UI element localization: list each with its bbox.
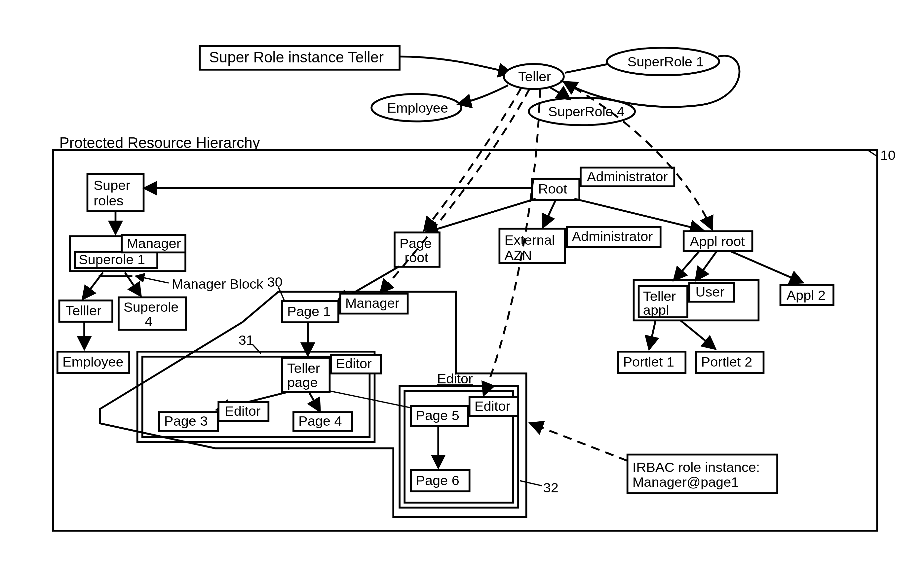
label-teller-appl-l2: appl [643, 302, 669, 318]
label-ellipse-superrole1: SuperRole 1 [628, 54, 704, 69]
label-31: 31 [238, 332, 254, 348]
label-portlet1: Portlet 1 [623, 354, 674, 370]
label-teller-editor: Editor [336, 356, 372, 371]
label-page3-editor: Editor [225, 403, 261, 419]
label-super-roles-l1: Super [93, 177, 130, 193]
label-ellipse-teller: Teller [518, 69, 551, 84]
label-superole4-l1: Superole [124, 299, 178, 315]
label-30: 30 [267, 274, 282, 290]
label-page-root-l2: root [405, 250, 428, 265]
label-teller-page-l1: Teller [287, 360, 320, 376]
connector-superrole1-teller [565, 64, 608, 73]
label-protected-resource-hierarchy: Protected Resource Hierarchy [59, 135, 260, 151]
label-teller-page-l2: page [287, 374, 318, 390]
label-editor-underlined: Editor [437, 371, 473, 386]
label-ellipse-employee: Employee [387, 100, 448, 115]
arrow-title-to-teller [399, 57, 511, 73]
label-page6: Page 6 [416, 473, 459, 488]
label-portlet2: Portlet 2 [701, 354, 753, 370]
label-super-role-instance-teller: Super Role instance Teller [209, 49, 384, 66]
label-irbac-l2: Manager@page1 [633, 474, 739, 490]
label-telller: Telller [65, 303, 102, 318]
label-10: 10 [880, 147, 896, 163]
label-page5: Page 5 [416, 407, 459, 423]
label-appl-root: Appl root [690, 234, 745, 249]
label-page3: Page 3 [164, 413, 208, 429]
label-irbac-l1: IRBAC role instance: [633, 459, 760, 475]
label-root: Root [538, 181, 567, 196]
label-appl2: Appl 2 [786, 287, 825, 303]
label-teller-appl-l1: Teller [643, 288, 676, 304]
arrow-teller-superrole4 [550, 88, 569, 99]
label-manager-tag: Manager [127, 235, 181, 251]
label-page1: Page 1 [287, 304, 331, 319]
label-ext-azn-l2: AZN [504, 247, 532, 263]
label-root-admin: Administrator [587, 169, 668, 184]
label-superole4-l2: 4 [145, 313, 152, 329]
label-ext-azn-l1: External [504, 232, 555, 248]
label-page5-editor: Editor [474, 398, 511, 414]
label-ext-admin: Administrator [572, 229, 652, 244]
label-page1-manager: Manager [345, 295, 399, 311]
label-32: 32 [543, 480, 558, 495]
label-ellipse-superrole4: SuperRole 4 [548, 104, 625, 119]
label-super-roles-l2: roles [93, 193, 123, 208]
label-manager-block: Manager Block [172, 276, 263, 292]
label-superole1: Superole 1 [79, 252, 145, 267]
arrow-teller-employee [459, 85, 508, 104]
diagram-svg: Super Role instance Teller Teller SuperR… [0, 0, 924, 566]
label-user: User [696, 284, 725, 299]
label-page4: Page 4 [298, 413, 342, 429]
label-employee: Employee [63, 354, 124, 370]
